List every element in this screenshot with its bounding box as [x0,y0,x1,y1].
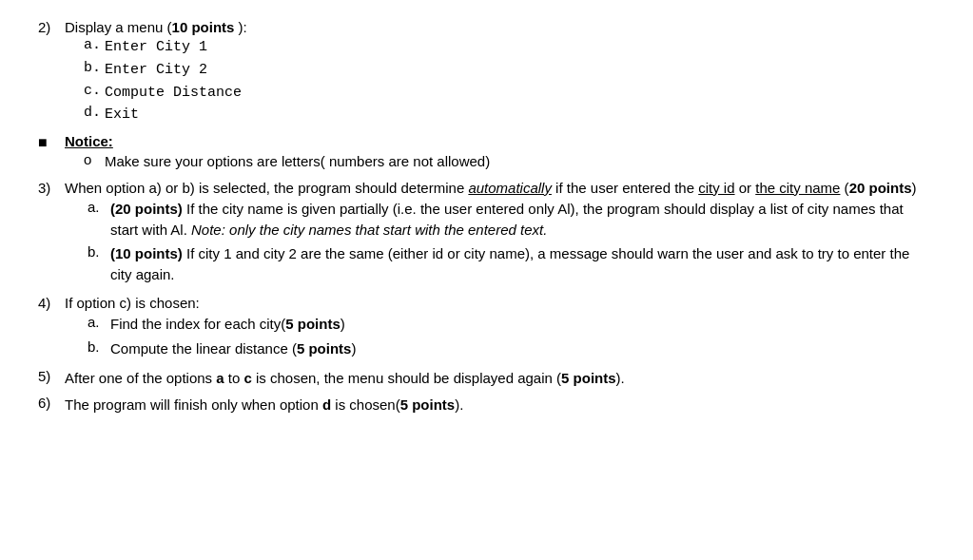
item-3-sub-b-label: b. [88,243,110,260]
item-5-bold-c: c [243,370,251,386]
submenu-label-b: b. [84,60,105,76]
item-5-num: 5) [38,368,65,384]
item-5-text3: is chosen, the menu should be displayed … [252,370,561,386]
item-6-content: The program will finish only when option… [65,395,932,415]
item-3-sub-b-body: If city 1 and city 2 are the same (eithe… [110,245,909,282]
item-4-subs: a. Find the index for each city(5 points… [65,314,932,359]
content-wrapper: 2) Display a menu (10 points ): a. Enter… [38,19,932,415]
notice-sub-text: Make sure your options are letters( numb… [105,151,932,172]
item-2-num: 2) [38,19,65,35]
item-6-text1: The program will finish only when option [65,396,322,413]
item-4-text: If option c) is chosen: [65,295,200,311]
item-3-text1: When option a) or b) is selected, the pr… [65,180,468,196]
item-2-content: Display a menu (10 points ): a. Enter Ci… [65,19,932,127]
item-3-sub-a-text: (20 points) If the city name is given pa… [110,199,932,241]
item-4-sub-b-text: Compute the linear distance (5 points) [110,338,932,359]
item-6-bold-d: d [322,396,331,413]
main-list: 2) Display a menu (10 points ): a. Enter… [38,19,932,415]
item-3-city-name: the city name [755,180,840,196]
submenu-item-d: d. Exit [84,105,932,126]
item-4-sub-b: b. Compute the linear distance (5 points… [88,338,932,359]
item-6-bold-pts: 5 points [400,396,456,413]
item-3-city-id: city id [698,180,734,196]
item-3-text3: or [735,180,756,196]
item-3-num: 3) [38,180,65,196]
submenu-item-b: b. Enter City 2 [84,60,932,81]
item-5: 5) After one of the options a to c is ch… [38,368,932,389]
item-3-sub-a-label: a. [88,199,110,215]
item-3-text2: if the user entered the [552,180,698,196]
item-4-num: 4) [38,295,65,311]
item-3-sub-b-bold: (10 points) [110,245,183,261]
item-4-sub-b-label: b. [88,338,110,355]
submenu-text-b: Enter City 2 [105,60,932,81]
notice-sub-item: o Make sure your options are letters( nu… [84,151,932,172]
submenu-item-a: a. Enter City 1 [84,37,932,58]
item-6-text3: ). [455,396,463,413]
item-3-bold: 20 points [849,180,912,196]
item-4-sub-a-bold: 5 points [285,316,341,332]
item-6-num: 6) [38,395,65,411]
notice-sub-list: o Make sure your options are letters( nu… [65,151,932,172]
submenu-label-a: a. [84,37,105,53]
item-6-text2: is chosen( [331,396,400,413]
item-4-sub-b-text2: ) [351,340,356,357]
item-5-text4: ). [616,370,625,386]
submenu-label-d: d. [84,105,105,121]
item-4-content: If option c) is chosen: a. Find the inde… [65,295,932,363]
item-2-text-before: Display a menu ( [65,19,172,35]
submenu-list: a. Enter City 1 b. Enter City 2 c. Compu… [65,37,932,126]
submenu-text-a: Enter City 1 [105,37,932,58]
notice-item: ■ Notice: o Make sure your options are l… [38,133,932,174]
item-4-sub-a-body: Find the index for each city( [110,316,285,332]
item-3: 3) When option a) or b) is selected, the… [38,180,932,289]
item-4-sub-a-label: a. [88,314,110,330]
item-3-text5: ) [911,180,916,196]
submenu-text-c: Compute Distance [105,83,932,104]
notice-content: Notice: o Make sure your options are let… [65,133,932,174]
item-2-bold: 10 points [172,19,235,35]
notice-bullet: ■ [38,134,65,151]
item-2: 2) Display a menu (10 points ): a. Enter… [38,19,932,127]
item-5-content: After one of the options a to c is chose… [65,368,932,389]
notice-title: Notice: [65,133,113,149]
item-5-bold-a: a [216,370,224,386]
item-3-sub-b: b. (10 points) If city 1 and city 2 are … [88,243,932,285]
item-3-content: When option a) or b) is selected, the pr… [65,180,932,289]
submenu-label-c: c. [84,83,105,99]
item-5-bold-pts: 5 points [561,370,616,386]
item-6: 6) The program will finish only when opt… [38,395,932,415]
item-3-auto: automatically [468,180,552,196]
item-3-sub-b-text: (10 points) If city 1 and city 2 are the… [110,243,932,285]
item-2-text-after: ): [234,19,246,35]
item-4-sub-b-bold: 5 points [297,340,352,357]
item-4-sub-b-body: Compute the linear distance ( [110,340,297,357]
item-5-text1: After one of the options [65,370,216,386]
item-3-text4: ( [840,180,848,196]
item-3-sub-a-italic: Note: only the city names that start wit… [191,222,547,238]
submenu-text-d: Exit [105,105,932,126]
item-3-sub-a-bold: (20 points) [110,201,183,217]
item-4-sub-a: a. Find the index for each city(5 points… [88,314,932,335]
circle-label: o [84,151,105,167]
item-3-subs: a. (20 points) If the city name is given… [65,199,932,285]
item-4-sub-a-text2: ) [341,316,345,332]
item-3-sub-a: a. (20 points) If the city name is given… [88,199,932,241]
item-5-text2: to [224,370,244,386]
item-4-sub-a-text: Find the index for each city(5 points) [110,314,932,335]
item-4: 4) If option c) is chosen: a. Find the i… [38,295,932,363]
submenu-item-c: c. Compute Distance [84,83,932,104]
